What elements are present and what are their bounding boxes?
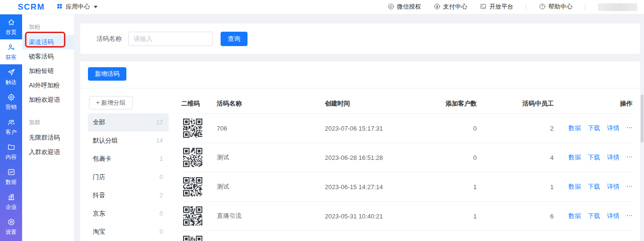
download-link[interactable]: 下载 <box>588 124 600 133</box>
topbar: SCRM 应用中心 微信授权 支付中心 开放平台 帮助中心 <box>0 0 644 14</box>
group-name: 包裹卡 <box>93 155 111 163</box>
sidebar-item-enterprise[interactable]: 企业 <box>0 189 22 214</box>
more-actions-icon[interactable]: ⋯ <box>626 182 632 191</box>
code-name: 706 <box>217 125 325 132</box>
help-center-label: 帮助中心 <box>548 3 572 11</box>
sidebar-item-label: 数据 <box>6 179 17 186</box>
paper-plane-icon <box>7 68 15 77</box>
wechat-icon <box>387 3 395 12</box>
code-name: 测试 <box>217 153 325 162</box>
group-name: 门店 <box>93 173 105 181</box>
subnav-item-group-welcome[interactable]: 入群欢迎语 <box>22 145 74 159</box>
subnav-section-addgroup: 加群 <box>22 107 74 131</box>
table-header: 二维码 活码名称 创建时间 添加客户数 活码中员工 操作 <box>181 94 632 113</box>
add-code-button[interactable]: 新增活码 <box>88 67 126 81</box>
data-link[interactable]: 数据 <box>569 124 581 133</box>
data-link[interactable]: 数据 <box>569 182 581 191</box>
sidebar-item-label: 设置 <box>6 229 17 236</box>
detail-link[interactable]: 详情 <box>607 124 619 133</box>
qr-code <box>183 177 202 196</box>
subnav-section-addfans: 加粉 <box>22 18 74 35</box>
qr-code <box>183 119 202 138</box>
download-link[interactable]: 下载 <box>588 182 600 191</box>
sidebar-item-customers[interactable]: 客户 <box>0 114 22 139</box>
add-group-button[interactable]: + 新增分组 <box>89 96 133 109</box>
help-icon <box>539 3 546 12</box>
group-item-jd[interactable]: 京东 0 <box>88 205 169 223</box>
subnav-item-group-code[interactable]: 无限群活码 <box>22 131 74 145</box>
customer-count: 0 <box>406 154 477 161</box>
more-actions-icon[interactable]: ⋯ <box>626 124 632 133</box>
header-created: 创建时间 <box>325 99 406 108</box>
group-item-douyin[interactable]: 抖音 2 <box>88 186 169 205</box>
group-item-taobao[interactable]: 淘宝 0 <box>88 223 169 241</box>
subnav-item-welcome[interactable]: 加粉欢迎语 <box>22 93 74 107</box>
subnav-item-lock-code[interactable]: 锁客活码 <box>22 49 74 64</box>
sidebar-item-content[interactable]: 内容 <box>0 139 22 164</box>
header-customers: 添加客户数 <box>406 99 477 108</box>
group-item-store[interactable]: 门店 0 <box>88 168 169 186</box>
group-name: 抖音 <box>93 191 105 200</box>
code-name: 直播引流 <box>217 212 325 220</box>
sidebar-item-marketing[interactable]: 营销 <box>0 89 22 114</box>
detail-link[interactable]: 详情 <box>607 153 619 162</box>
group-item-all[interactable]: 全部 17 <box>88 113 169 132</box>
qr-code <box>183 236 202 241</box>
open-platform-icon <box>480 3 487 12</box>
sidebar-item-label: 营销 <box>6 104 17 111</box>
sidebar-item-settings[interactable]: 设置 <box>0 214 22 239</box>
table-row: 测试 2023-06-28 16:51:28 0 4 数据 下载 详情 ⋯ <box>181 143 632 172</box>
wechat-auth-label: 微信授权 <box>397 3 421 11</box>
secondary-sidebar: 加粉 渠道活码 锁客活码 加粉短链 AI外呼加粉 加粉欢迎语 加群 无限群活码 … <box>22 14 74 241</box>
customer-count: 0 <box>406 125 477 132</box>
chevron-down-icon <box>94 6 98 8</box>
person-add-icon <box>7 43 15 52</box>
search-input[interactable] <box>128 32 213 46</box>
primary-sidebar: 首页 获客 触达 营销 客户 内容 数据 企业 <box>0 14 22 241</box>
subnav-item-ai-call[interactable]: AI外呼加粉 <box>22 78 74 93</box>
sidebar-item-reach[interactable]: 触达 <box>0 64 22 89</box>
sidebar-item-data[interactable]: 数据 <box>0 164 22 189</box>
open-platform-link[interactable]: 开放平台 <box>480 3 513 12</box>
qr-code <box>183 148 202 167</box>
table-row: 直播引流 2023-05-31 10:40:21 1 6 数据 下载 详情 ⋯ <box>181 201 632 230</box>
sidebar-item-home[interactable]: 首页 <box>0 14 22 39</box>
sidebar-item-acquire[interactable]: 获客 <box>0 39 22 64</box>
data-link[interactable]: 数据 <box>569 153 581 162</box>
table-card: 新增活码 + 新增分组 全部 17 默认分组 14 包裹卡 <box>80 61 640 241</box>
people-icon <box>7 118 15 127</box>
pay-icon <box>433 3 441 12</box>
search-label: 活码名称 <box>97 35 122 43</box>
download-link[interactable]: 下载 <box>588 212 600 220</box>
wechat-auth-link[interactable]: 微信授权 <box>387 3 421 12</box>
topbar-right: 微信授权 支付中心 开放平台 帮助中心 <box>387 3 637 12</box>
group-item-package-card[interactable]: 包裹卡 1 <box>88 150 169 168</box>
subnav-item-short-link[interactable]: 加粉短链 <box>22 64 74 78</box>
more-actions-icon[interactable]: ⋯ <box>626 212 632 220</box>
subnav-item-channel-code[interactable]: 渠道活码 <box>22 35 74 49</box>
more-actions-icon[interactable]: ⋯ <box>626 153 632 162</box>
qr-code <box>183 206 202 226</box>
open-platform-label: 开放平台 <box>489 3 513 11</box>
group-name: 淘宝 <box>93 228 105 236</box>
group-item-default[interactable]: 默认分组 14 <box>88 132 169 150</box>
data-link[interactable]: 数据 <box>569 212 581 220</box>
target-icon <box>7 93 15 102</box>
scrollbar-thumb[interactable] <box>641 95 644 143</box>
detail-link[interactable]: 详情 <box>607 212 619 220</box>
detail-link[interactable]: 详情 <box>607 182 619 191</box>
staff-count: 4 <box>477 154 554 161</box>
help-center-link[interactable]: 帮助中心 <box>539 3 572 12</box>
download-link[interactable]: 下载 <box>588 153 600 162</box>
created-time: 2023-06-28 16:51:28 <box>325 154 406 161</box>
table-row: 测试 2023-06-15 14:27:14 1 1 数据 下载 详情 ⋯ <box>181 172 632 201</box>
search-button[interactable]: 查询 <box>221 32 248 46</box>
staff-count: 1 <box>477 183 554 191</box>
pay-center-label: 支付中心 <box>443 3 467 11</box>
pay-center-link[interactable]: 支付中心 <box>433 3 467 12</box>
app-logo: SCRM <box>18 2 45 12</box>
group-name: 全部 <box>93 118 105 127</box>
app-center-menu[interactable]: 应用中心 <box>56 3 98 11</box>
sidebar-item-label: 获客 <box>6 54 17 61</box>
group-count: 2 <box>160 192 163 199</box>
